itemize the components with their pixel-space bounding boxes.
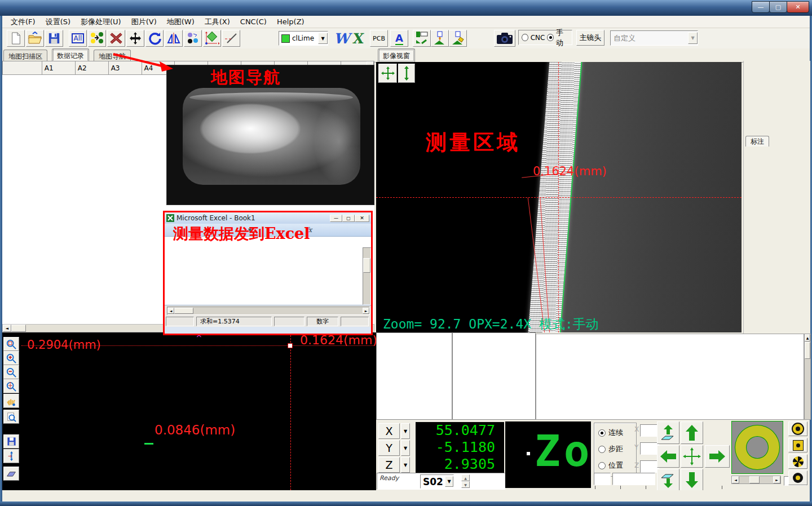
results-scroll-thumb[interactable] [805,342,810,359]
cad-save-button[interactable] [3,434,19,449]
jog-up-button[interactable] [681,421,703,444]
excel-close-button[interactable]: ✕ [355,215,369,222]
scroll-thumb[interactable] [11,325,26,332]
cnc-radio[interactable] [522,34,528,41]
camera-view-tab[interactable]: 影像视窗 [378,48,415,63]
axis-z-arrow[interactable]: ▼ [401,457,410,473]
points-button[interactable] [184,30,202,47]
custom-select[interactable]: 自定义 ▼ [610,30,698,46]
light-square-button[interactable] [788,438,807,452]
cad-handle[interactable] [288,343,293,348]
open-file-button[interactable] [26,30,44,47]
joystick-scroll-right[interactable]: ► [773,476,780,483]
axis-y-button[interactable]: Y [378,440,400,456]
joystick-h-scrollbar[interactable]: ◄ ► [731,476,781,484]
joystick-scroll-left[interactable]: ◄ [732,476,739,483]
zoom-out-button[interactable] [3,365,19,379]
excel-v-thumb[interactable] [363,258,370,273]
axis-x-arrow[interactable]: ▼ [401,423,410,439]
spin-down-button[interactable]: ▼ [461,481,470,488]
pcb-button[interactable]: PCB [370,30,388,47]
jog-position-radio[interactable] [598,462,606,469]
menu-item[interactable]: 工具(X) [200,16,235,28]
jog-right-button[interactable] [705,445,730,468]
results-v-scrollbar[interactable]: ▲ [804,334,811,420]
jog-z-down-button[interactable] [657,469,679,491]
save-button[interactable] [45,30,63,47]
excel-scroll-left[interactable]: ◄ [167,308,174,314]
excel-minimize-button[interactable]: — [330,215,342,222]
speed-select-arrow[interactable]: ▼ [445,476,453,487]
capture-button[interactable] [494,30,515,47]
spin-up-button[interactable]: ▲ [461,474,470,481]
light-segment-button[interactable] [788,454,807,469]
nav-tool-button[interactable]: A [390,30,408,47]
main-lens-button[interactable]: 主镜头 [576,30,604,46]
minimize-button[interactable]: — [752,1,770,13]
joystick-scroll-thumb[interactable] [749,476,760,483]
menu-item[interactable]: 文件(F) [6,16,41,28]
axis-z-button[interactable]: Z [378,457,400,473]
light-ring-button[interactable] [788,421,807,436]
excel-h-scrollbar[interactable]: ◄ ► [167,307,370,315]
move-button[interactable] [126,30,144,47]
jog-value-input-1[interactable] [594,473,611,485]
excel-maximize-button[interactable]: ▢ [342,215,355,222]
rotate-button[interactable] [145,30,164,47]
excel-scroll-thumb[interactable] [174,308,193,314]
vertical-line-button[interactable] [398,64,415,83]
maximize-button[interactable]: ▢ [769,1,787,13]
select-all-button[interactable]: All [69,30,87,47]
map-tool-3-button[interactable] [449,30,467,47]
menu-item[interactable]: 地图(W) [162,16,200,28]
region-button[interactable] [203,30,221,47]
manual-radio[interactable] [547,34,554,41]
excel-scroll-right[interactable]: ► [363,308,369,314]
menu-item[interactable]: 影像处理(U) [76,16,126,28]
jog-continuous-radio[interactable] [598,429,606,437]
menu-item[interactable]: 设置(S) [41,16,76,28]
excel-v-scrollbar[interactable] [363,247,371,305]
pan-button[interactable] [3,394,19,408]
cad-plane-button[interactable] [3,467,19,481]
menu-item[interactable]: Help(Z) [272,16,310,27]
crosshair-toggle-button[interactable] [378,64,397,83]
speed-spinner[interactable]: ▲ ▼ [461,474,470,488]
menu-item[interactable]: CNC(C) [235,16,272,27]
scroll-left-button[interactable]: ◄ [3,325,11,332]
excel-export-button[interactable]: X [352,30,365,47]
map-tool-2-button[interactable] [431,30,449,47]
jog-y-input[interactable] [640,442,659,455]
color-select-arrow[interactable]: ▼ [318,33,328,44]
cad-move-button[interactable] [3,449,19,463]
color-select[interactable]: clLime ▼ [279,31,328,46]
line-tool-button[interactable] [222,30,240,47]
title-bar[interactable] [0,0,812,16]
zoom-fit-button[interactable] [3,337,19,351]
annotate-tab[interactable]: 标注 [745,136,769,147]
map-tool-1-button[interactable] [413,30,431,47]
jog-left-button[interactable] [657,445,679,468]
jog-center-button[interactable] [681,445,703,468]
flow-sort-button[interactable] [88,30,106,47]
light-center-button[interactable] [788,471,807,485]
jog-down-button[interactable] [681,469,703,491]
jog-value-input-2[interactable] [612,473,655,485]
axis-x-button[interactable]: X [378,423,400,439]
delete-button[interactable] [107,30,125,47]
jog-step-radio[interactable] [598,446,606,453]
joystick-display[interactable] [731,421,783,474]
speed-select[interactable]: S02 ▼ [420,474,454,489]
jog-z-input[interactable] [640,460,659,473]
zoom-in-button[interactable] [3,351,19,365]
axis-y-arrow[interactable]: ▼ [401,440,410,456]
zoom-region-button[interactable] [3,379,19,393]
jog-x-input[interactable] [640,424,659,437]
excel-title-bar[interactable]: Microsoft Excel - Book1 — ▢ ✕ [165,212,371,224]
word-export-button[interactable]: W [334,30,350,47]
excel-window[interactable]: Microsoft Excel - Book1 — ▢ ✕ ▼ fx ◄ ► 求… [163,211,373,335]
menu-item[interactable]: 图片(V) [126,16,162,28]
new-file-button[interactable] [7,30,25,47]
preview-button[interactable] [3,410,19,424]
results-scroll-up[interactable]: ▲ [805,334,810,341]
